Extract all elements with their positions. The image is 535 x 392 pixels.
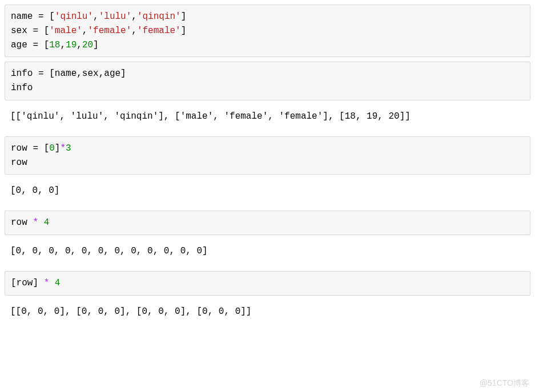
code-token	[44, 68, 50, 79]
code-token	[27, 217, 33, 228]
code-token: 'male'	[49, 26, 82, 36]
code-token: ]	[93, 40, 99, 50]
code-token: 'lulu'	[99, 11, 132, 22]
code-token	[38, 217, 44, 228]
code-token: =	[38, 68, 44, 79]
code-token: 4	[44, 217, 50, 228]
code-token: 20	[82, 40, 93, 50]
code-token: 'qinlu'	[55, 11, 93, 22]
code-token: 19	[66, 40, 77, 50]
code-token: 3	[66, 143, 71, 153]
code-token	[27, 26, 33, 36]
code-cell: name = ['qinlu','lulu','qinqin'] sex = […	[5, 5, 530, 57]
code-token: info	[11, 83, 33, 93]
code-token: sex	[11, 26, 27, 36]
code-token: age	[11, 40, 27, 50]
code-token: ]	[181, 11, 187, 22]
code-token: 'female'	[137, 26, 181, 36]
code-token: =	[33, 143, 38, 153]
code-token: *	[33, 217, 38, 228]
code-token: ,	[77, 40, 82, 50]
code-token: =	[33, 26, 38, 36]
code-token: ]	[33, 278, 38, 288]
code-cell: info = [name,sex,age] info	[5, 62, 530, 100]
code-token: ,	[93, 11, 99, 22]
code-token: sex	[82, 68, 99, 79]
code-token: 'qinqin'	[137, 11, 181, 22]
code-token	[27, 40, 33, 50]
code-token	[27, 143, 33, 153]
code-token: =	[33, 40, 38, 50]
code-token: 18	[49, 40, 60, 50]
code-cell: row * 4	[5, 211, 530, 235]
code-token	[38, 40, 44, 50]
code-token: 4	[55, 278, 61, 288]
code-token: info	[11, 68, 33, 79]
code-token: [	[44, 26, 50, 36]
code-token: row	[11, 143, 27, 153]
code-token: ]	[181, 26, 187, 36]
code-token: *	[60, 143, 66, 153]
output-cell: [0, 0, 0]	[5, 179, 530, 206]
code-token: 0	[49, 143, 55, 153]
code-token: [	[49, 11, 55, 22]
code-token	[38, 26, 44, 36]
code-token: name	[55, 68, 77, 79]
code-token: [	[44, 143, 50, 153]
code-token: row	[11, 157, 27, 168]
code-token: 'female'	[87, 26, 131, 36]
code-cell: row = [0]*3 row	[5, 136, 530, 175]
code-token: row	[11, 217, 27, 228]
code-token: [	[11, 278, 17, 288]
code-token: ,	[131, 11, 137, 22]
code-token: ,	[99, 68, 104, 79]
output-cell: [0, 0, 0, 0, 0, 0, 0, 0, 0, 0, 0, 0]	[5, 240, 530, 266]
code-token: [	[49, 68, 55, 79]
code-token: name	[11, 11, 33, 22]
code-token: ,	[77, 68, 82, 79]
code-token: [	[44, 40, 50, 50]
code-cell: [row] * 4	[5, 271, 530, 296]
code-token: =	[38, 11, 44, 22]
code-token: ,	[60, 40, 66, 50]
code-token	[33, 68, 38, 79]
output-cell: [['qinlu', 'lulu', 'qinqin'], ['male', '…	[5, 105, 530, 132]
code-token	[33, 11, 38, 22]
output-cell: [[0, 0, 0], [0, 0, 0], [0, 0, 0], [0, 0,…	[5, 300, 530, 327]
code-token: row	[17, 278, 33, 288]
code-token	[38, 143, 44, 153]
code-token: ,	[131, 26, 137, 36]
code-token	[49, 278, 55, 288]
code-token: *	[44, 278, 50, 288]
code-token	[38, 278, 44, 288]
code-token: ]	[120, 68, 126, 79]
code-token: age	[104, 68, 120, 79]
code-token	[44, 11, 50, 22]
